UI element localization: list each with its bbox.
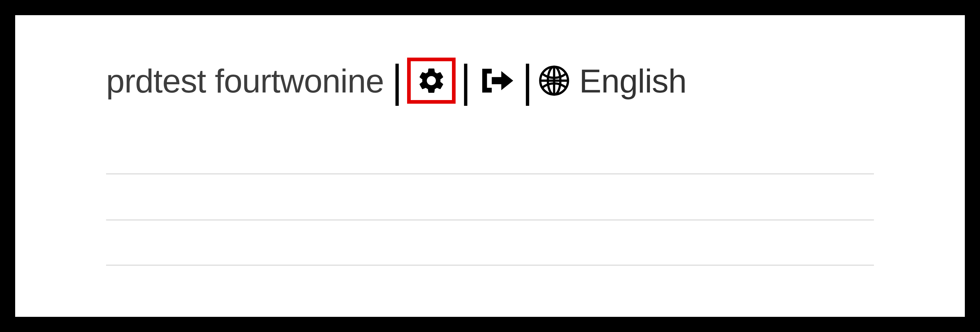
language-label: English [579,62,687,100]
settings-button[interactable] [407,57,456,104]
header-row: prdtest fourtwonine | | | [106,57,874,104]
globe-icon [538,64,571,97]
logout-icon [480,65,513,96]
gear-icon [416,65,447,96]
table-row [106,220,874,266]
content-rows [106,174,874,266]
separator: | [392,58,402,104]
language-selector[interactable]: English [538,62,687,100]
app-container: prdtest fourtwonine | | | [15,15,965,317]
logout-button[interactable] [476,62,517,99]
table-row [106,174,874,220]
username-label: prdtest fourtwonine [106,62,387,100]
separator: | [460,58,471,104]
separator: | [522,58,533,104]
